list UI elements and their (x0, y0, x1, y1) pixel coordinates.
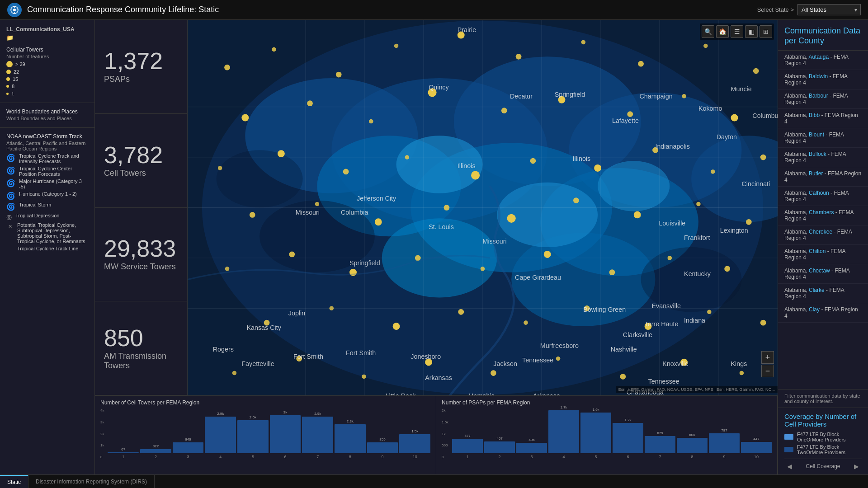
county-list-item[interactable]: Alabama, Barbour - FEMA Region 4 (778, 89, 868, 109)
zoom-in-btn[interactable]: + (761, 351, 774, 364)
bar-label-top: 849 (185, 437, 191, 441)
svg-text:Prairie: Prairie (458, 26, 476, 33)
county-list-item[interactable]: Alabama, Autauga - FEMA Region 4 (778, 51, 868, 70)
noaa-storm-section: NOAA nowCOAST Storm Track Atlantic, Cent… (0, 131, 94, 254)
county-list[interactable]: Alabama, Autauga - FEMA Region 4Alabama,… (778, 51, 868, 389)
county-list-item[interactable]: Alabama, Cherokee - FEMA Region 4 (778, 225, 868, 245)
svg-text:Champaign: Champaign (639, 93, 672, 100)
tropical-depression-item: ◎ Tropical Depression (6, 212, 88, 221)
home-tool-btn[interactable]: 🏠 (716, 25, 729, 38)
world-boundaries-section: World Boundaries and Places World Bounda… (0, 107, 94, 124)
svg-point-46 (703, 44, 708, 48)
layers-tool-btn[interactable]: ◧ (745, 25, 758, 38)
tropical-depression-label: Tropical Depression (15, 213, 59, 218)
state-select-label: Select State > (757, 6, 794, 13)
county-list-item[interactable]: Alabama, Clay - FEMA Region 4 (778, 303, 868, 323)
storm-track-label: Tropical Cyclone Track and Intensity For… (19, 153, 88, 164)
county-list-item[interactable]: Alabama, Calhoun - FEMA Region 4 (778, 187, 868, 206)
svg-text:Illinois: Illinois (572, 155, 590, 162)
coverage-legend-2: F477 LTE By Block TwoOrMore Providers (784, 444, 862, 455)
svg-point-59 (343, 169, 349, 175)
potential-cyclone-item: Potential Tropical Cyclone, Subtropical … (6, 221, 88, 245)
coverage-label-2: F477 LTE By Block TwoOrMore Providers (797, 444, 862, 455)
bar-label-top: 787 (721, 428, 727, 432)
grid-tool-btn[interactable]: ⊞ (760, 25, 772, 38)
county-list-item[interactable]: Alabama, Choctaw - FEMA Region 4 (778, 264, 868, 284)
svg-point-63 (594, 164, 601, 172)
state-select-wrapper[interactable]: All States Alabama Alaska Arizona (797, 4, 861, 15)
header-right: Select State > All States Alabama Alaska… (757, 4, 861, 15)
bar-fill (548, 410, 579, 453)
bar-label-top: 1.6k (592, 408, 599, 412)
bar-label-bottom: 5 (252, 455, 254, 459)
legend-dot-22 (6, 70, 11, 74)
county-list-item[interactable]: Alabama, Chambers - FEMA Region 4 (778, 206, 868, 225)
svg-text:Indianapolis: Indianapolis (655, 143, 689, 150)
svg-point-1 (13, 9, 16, 11)
svg-point-65 (711, 169, 715, 174)
svg-text:Kokomo: Kokomo (698, 105, 722, 112)
bar-fill (205, 417, 236, 453)
svg-point-60 (405, 155, 410, 160)
search-tool-btn[interactable]: 🔍 (702, 25, 714, 38)
content-area: 1,372 PSAPs 3,782 Cell Towers 29,833 MW … (95, 20, 778, 474)
bar-fill (140, 449, 171, 453)
legend-dot-gt29 (6, 61, 13, 67)
county-list-item[interactable]: Alabama, Chilton - FEMA Region 4 (778, 245, 868, 264)
legend-dot-15 (6, 77, 10, 81)
bar-fill (677, 438, 708, 453)
bar-label-bottom: 9 (723, 455, 725, 459)
svg-point-38 (224, 65, 230, 70)
track-line-label: Tropical Cyclone Track Line (17, 246, 78, 251)
svg-text:Kansas City: Kansas City (247, 324, 282, 331)
svg-point-102 (740, 371, 744, 375)
number-of-features-label: Number of features (6, 54, 88, 59)
bar-label-top: 406 (528, 438, 534, 442)
svg-text:Tennessee: Tennessee (522, 357, 553, 364)
svg-point-94 (232, 371, 237, 375)
coverage-nav-label: Cell Coverage (806, 463, 840, 469)
sidebar-layer-group: LL_Communications_USA 📁 (0, 24, 94, 45)
tab-static[interactable]: Static (0, 475, 28, 488)
bar-group: 4063 (516, 438, 547, 459)
bar-label-bottom: 1 (467, 455, 469, 459)
tropical-storm-item: 🌀 Tropical Storm (6, 201, 88, 212)
county-list-item[interactable]: Alabama, Baldwin - FEMA Region 4 (778, 70, 868, 89)
state-select[interactable]: All States Alabama Alaska Arizona (797, 4, 861, 15)
bar-label-bottom: 8 (349, 455, 351, 459)
legend-item-15: 15 (6, 75, 88, 83)
zoom-out-btn[interactable]: − (761, 365, 774, 377)
stats-map-row: 1,372 PSAPs 3,782 Cell Towers 29,833 MW … (95, 20, 778, 395)
bar-label-top: 447 (753, 437, 759, 441)
stat-number-cell: 3,782 (104, 143, 178, 167)
bar-label-bottom: 10 (754, 455, 759, 459)
stat-number-psaps: 1,372 (104, 49, 178, 73)
coverage-next-btn[interactable]: ▶ (851, 462, 862, 471)
coverage-nav: ◀ Cell Coverage ▶ (784, 459, 862, 471)
bar-group: 2.6k5 (237, 415, 269, 459)
county-list-item[interactable]: Alabama, Butler - FEMA Region 4 (778, 167, 868, 187)
bar-label-bottom: 4 (219, 455, 222, 459)
county-list-item[interactable]: Alabama, Bibb - FEMA Region 4 (778, 109, 868, 128)
county-list-item[interactable]: Alabama, Clarke - FEMA Region 4 (778, 284, 868, 303)
coverage-title: Coverage by Number of Cell Providers (784, 413, 862, 428)
tab-dirs[interactable]: Disaster Information Reporting System (D… (28, 475, 155, 488)
map-container[interactable]: Prairie Quincy Springfield Decatur Champ… (188, 20, 778, 395)
county-list-item[interactable]: Alabama, Bullock - FEMA Region 4 (778, 148, 868, 167)
app-title: Communication Response Community Lifelin… (27, 5, 219, 14)
coverage-prev-btn[interactable]: ◀ (784, 462, 795, 471)
stats-panels: 1,372 PSAPs 3,782 Cell Towers 29,833 MW … (95, 20, 188, 395)
list-tool-btn[interactable]: ☰ (731, 25, 743, 38)
bar-label-bottom: 4 (563, 455, 565, 459)
svg-point-74 (696, 202, 701, 206)
svg-point-80 (481, 267, 485, 271)
svg-point-84 (724, 266, 730, 272)
svg-text:Terre Haute: Terre Haute (645, 320, 679, 328)
svg-point-70 (444, 205, 450, 211)
psaps-chart: Number of PSAPs per FEMA Region 2k 1.5k … (436, 396, 778, 474)
svg-text:Illinois: Illinois (458, 162, 476, 169)
bar-label-bottom: 1 (122, 455, 124, 459)
svg-point-73 (634, 211, 641, 218)
county-list-item[interactable]: Alabama, Blount - FEMA Region 4 (778, 128, 868, 148)
svg-text:St. Louis: St. Louis (429, 223, 454, 230)
